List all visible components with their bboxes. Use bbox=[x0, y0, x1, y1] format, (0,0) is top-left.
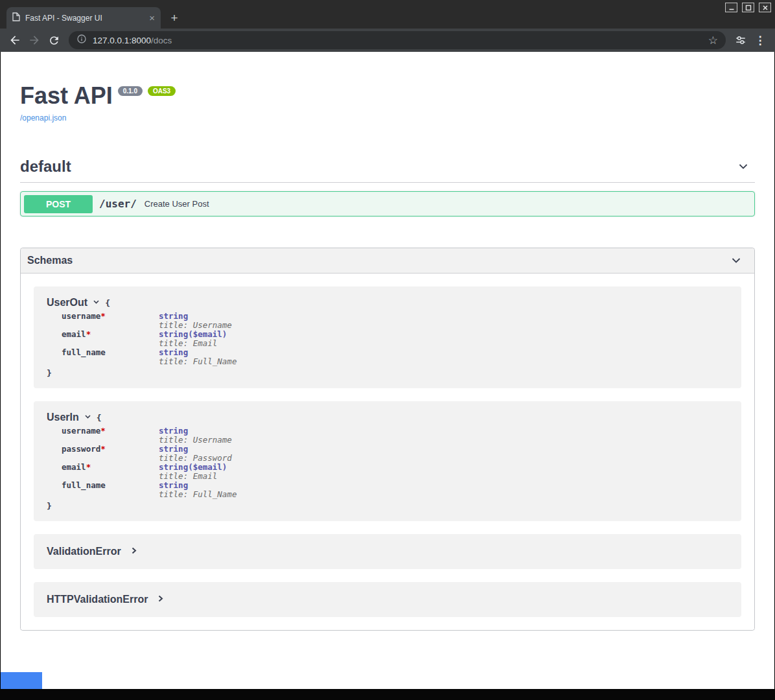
property-type: string bbox=[159, 481, 237, 490]
version-badge: 0.1.0 bbox=[118, 86, 143, 96]
minimize-button[interactable] bbox=[725, 3, 737, 12]
property-type: string bbox=[159, 348, 237, 357]
model-validationerror[interactable]: ValidationError bbox=[34, 534, 741, 569]
endpoint-post-user[interactable]: POST /user/ Create User Post bbox=[20, 191, 755, 216]
back-button[interactable] bbox=[5, 30, 25, 50]
property-name: email bbox=[62, 329, 86, 339]
property-row: email* string($email) title: Email bbox=[62, 463, 728, 481]
window-titlebar: Fast API - Swagger UI × + bbox=[0, 0, 775, 29]
close-button[interactable] bbox=[759, 3, 771, 12]
swagger-ui: Fast API 0.1.0 OAS3 /openapi.json defaul… bbox=[1, 52, 774, 631]
tab-title: Fast API - Swagger UI bbox=[25, 14, 144, 23]
chevron-down-icon bbox=[84, 412, 92, 423]
endpoint-summary: Create User Post bbox=[145, 199, 209, 209]
api-title: Fast API bbox=[20, 84, 113, 108]
browser-toolbar: 127.0.0.1:8000/docs ☆ ⋮ bbox=[0, 29, 775, 52]
model-properties: username* string title: Username passwor… bbox=[62, 426, 728, 499]
chevron-right-icon bbox=[156, 594, 165, 605]
property-type: string bbox=[159, 312, 232, 321]
menu-kebab-icon[interactable]: ⋮ bbox=[750, 30, 770, 50]
tab-close-icon[interactable]: × bbox=[149, 13, 155, 23]
chevron-right-icon bbox=[130, 546, 138, 557]
model-userout-toggle[interactable]: UserOut { bbox=[47, 297, 728, 309]
status-bubble bbox=[1, 672, 42, 689]
new-tab-button[interactable]: + bbox=[167, 10, 182, 26]
open-brace: { bbox=[97, 413, 102, 423]
close-brace: } bbox=[47, 368, 728, 378]
property-row: username* string title: Username bbox=[62, 426, 728, 445]
chevron-down-icon bbox=[92, 297, 100, 309]
openapi-spec-link[interactable]: /openapi.json bbox=[20, 113, 66, 122]
browser-tab[interactable]: Fast API - Swagger UI × bbox=[6, 7, 161, 29]
required-star: * bbox=[100, 444, 106, 454]
sliders-icon[interactable] bbox=[731, 30, 750, 50]
model-userin-toggle[interactable]: UserIn { bbox=[47, 412, 728, 423]
property-name: full_name bbox=[62, 480, 106, 490]
maximize-button[interactable] bbox=[742, 3, 754, 12]
property-row: email* string($email) title: Email bbox=[62, 330, 728, 348]
window-controls bbox=[725, 3, 771, 12]
required-star: * bbox=[86, 329, 91, 339]
model-userout: UserOut { username* string ti bbox=[34, 286, 741, 388]
close-brace: } bbox=[47, 501, 728, 511]
property-type: string($email) bbox=[159, 330, 227, 339]
tag-title: default bbox=[20, 158, 71, 176]
schemas-body: UserOut { username* string ti bbox=[21, 274, 754, 630]
property-name: email bbox=[62, 462, 86, 472]
required-star: * bbox=[100, 426, 106, 436]
model-title: HTTPValidationError bbox=[47, 594, 148, 605]
browser-window: Fast API - Swagger UI × + bbox=[0, 0, 775, 700]
schemas-title: Schemas bbox=[27, 255, 73, 266]
bottom-bar bbox=[0, 689, 775, 700]
page-content: Fast API 0.1.0 OAS3 /openapi.json defaul… bbox=[1, 52, 774, 689]
page-favicon-icon bbox=[12, 12, 20, 24]
property-title: title: Full_Name bbox=[159, 357, 237, 366]
oas3-badge: OAS3 bbox=[148, 86, 176, 96]
property-name: password bbox=[62, 444, 100, 454]
property-row: username* string title: Username bbox=[62, 312, 728, 330]
method-badge: POST bbox=[24, 195, 93, 213]
chevron-down-icon[interactable] bbox=[730, 254, 743, 267]
reload-button[interactable] bbox=[44, 30, 64, 50]
property-title: title: Full_Name bbox=[159, 490, 237, 499]
model-title: ValidationError bbox=[47, 546, 121, 557]
property-name: username bbox=[62, 426, 100, 436]
open-brace: { bbox=[105, 298, 110, 308]
schemas-header[interactable]: Schemas bbox=[21, 248, 754, 274]
property-type: string bbox=[159, 426, 232, 436]
property-name: full_name bbox=[62, 347, 106, 357]
property-type: string($email) bbox=[159, 463, 227, 472]
property-row: full_name string title: Full_Name bbox=[62, 481, 728, 499]
endpoint-path: /user/ bbox=[99, 198, 137, 210]
property-title: title: Email bbox=[159, 472, 227, 481]
model-httpvalidationerror[interactable]: HTTPValidationError bbox=[34, 582, 741, 617]
forward-button[interactable] bbox=[25, 30, 44, 50]
property-title: title: Username bbox=[159, 436, 232, 445]
schemas-section: Schemas UserOut { bbox=[20, 248, 755, 631]
chevron-down-icon[interactable] bbox=[737, 160, 750, 173]
bookmark-star-icon[interactable]: ☆ bbox=[708, 35, 718, 46]
url-host: 127.0.0.1:8000 bbox=[93, 36, 151, 45]
property-row: full_name string title: Full_Name bbox=[62, 348, 728, 366]
required-star: * bbox=[86, 462, 91, 472]
model-title: UserOut bbox=[47, 297, 87, 309]
property-title: title: Email bbox=[159, 339, 227, 348]
model-properties: username* string title: Username email* … bbox=[62, 312, 728, 366]
property-type: string bbox=[159, 445, 232, 454]
url-text: 127.0.0.1:8000/docs bbox=[93, 36, 172, 45]
site-info-icon[interactable] bbox=[76, 34, 87, 47]
model-title: UserIn bbox=[47, 412, 79, 423]
required-star: * bbox=[100, 311, 106, 321]
address-bar[interactable]: 127.0.0.1:8000/docs ☆ bbox=[69, 31, 726, 49]
model-userin: UserIn { username* string tit bbox=[34, 401, 741, 521]
url-path: /docs bbox=[151, 36, 172, 45]
property-name: username bbox=[62, 311, 100, 321]
property-title: title: Username bbox=[159, 321, 232, 330]
property-title: title: Password bbox=[159, 454, 232, 463]
api-info: Fast API 0.1.0 OAS3 /openapi.json bbox=[20, 52, 755, 123]
tag-section-default[interactable]: default bbox=[20, 158, 755, 183]
property-row: password* string title: Password bbox=[62, 445, 728, 463]
